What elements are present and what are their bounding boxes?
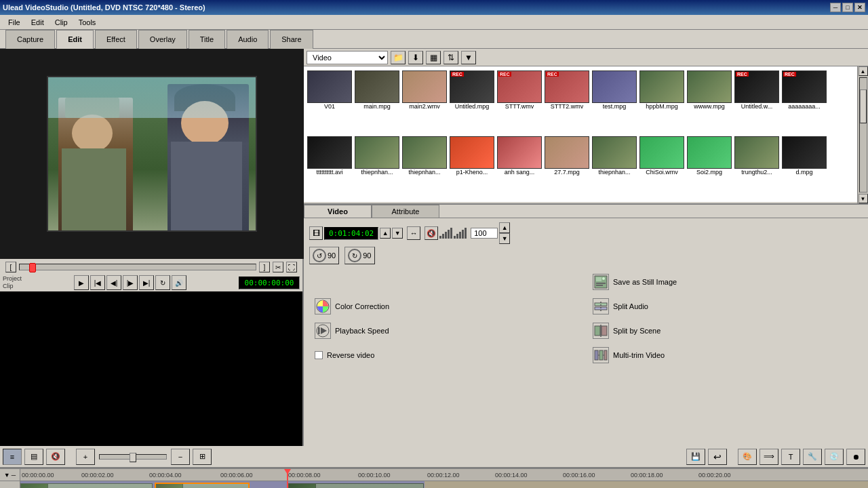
- record-button[interactable]: ⏺: [846, 449, 865, 465]
- import-button[interactable]: ⬇: [408, 51, 423, 64]
- seek-bar[interactable]: [19, 264, 256, 270]
- mode-edit[interactable]: Edit: [56, 30, 94, 49]
- audio-mute-button[interactable]: 🔇: [46, 449, 65, 465]
- reverse-video-checkbox[interactable]: [315, 351, 323, 359]
- video-track[interactable]: MVI_6336.AVI 🔒 MVI_6336.AVI 🔒 MVI_6335.A…: [20, 481, 868, 488]
- video-clip-3[interactable]: MVI_6335.AVI 🔒: [288, 483, 424, 488]
- tab-attribute[interactable]: Attribute: [372, 205, 439, 218]
- media-item-p1-kheno[interactable]: p1-Kheno...: [449, 135, 495, 199]
- color-correction-button[interactable]: Color Correction: [309, 296, 585, 317]
- percent-up-button[interactable]: ▲: [499, 222, 510, 233]
- effects-button[interactable]: 🎨: [738, 449, 757, 465]
- media-item-main-mpg[interactable]: main.mpg: [354, 69, 400, 134]
- volume-button[interactable]: 🔊: [172, 275, 186, 290]
- media-item-aaaaa[interactable]: REC aaaaaaaa...: [781, 69, 827, 134]
- scissors-button[interactable]: ✂: [273, 262, 283, 272]
- mode-audio[interactable]: Audio: [226, 30, 269, 49]
- play-button[interactable]: ▶: [74, 275, 89, 290]
- mode-overlay[interactable]: Overlay: [138, 30, 187, 49]
- multi-trim-button[interactable]: Multi-trim Video: [587, 344, 863, 366]
- save-trimmed-button[interactable]: 💾: [686, 449, 705, 465]
- media-item-untitled-w[interactable]: REC Untitled.w...: [734, 69, 780, 134]
- mode-share[interactable]: Share: [270, 30, 313, 49]
- media-item-sttt-wmv[interactable]: REC STTT.wmv: [496, 69, 542, 134]
- media-item-chisoi[interactable]: ChiSoi.wmv: [639, 135, 685, 199]
- titles-button[interactable]: T: [781, 449, 800, 465]
- media-item-thiep3[interactable]: thiepnhan...: [591, 135, 637, 199]
- split-audio-button[interactable]: Split Audio: [587, 296, 863, 317]
- save-still-button[interactable]: Save as Still Image: [587, 271, 863, 293]
- timecode-down-button[interactable]: ▼: [392, 228, 403, 239]
- maximize-button[interactable]: □: [842, 3, 853, 12]
- lib-options-button[interactable]: ▼: [461, 51, 476, 64]
- menu-tools[interactable]: Tools: [73, 17, 102, 28]
- mute-button[interactable]: 🔇: [425, 226, 438, 240]
- mode-title[interactable]: Title: [189, 30, 225, 49]
- mode-effect[interactable]: Effect: [95, 30, 137, 49]
- step-back-button[interactable]: ◀|: [106, 275, 121, 290]
- media-item-v01[interactable]: V01: [307, 69, 353, 134]
- close-button[interactable]: ✕: [854, 3, 865, 12]
- media-item-d-mpg[interactable]: d.mpg: [781, 135, 827, 199]
- scroll-thumb[interactable]: [860, 89, 867, 123]
- playback-speed-button[interactable]: Playback Speed: [309, 320, 585, 342]
- library-type-dropdown[interactable]: Video Audio Photo: [307, 51, 388, 64]
- video-clip-1[interactable]: MVI_6336.AVI 🔒: [20, 483, 153, 488]
- media-item-thiep2[interactable]: thiepnhan...: [401, 135, 448, 199]
- media-item-test-mpg[interactable]: test.mpg: [591, 69, 637, 134]
- library-scrollbar[interactable]: ▲ ▼: [857, 66, 868, 203]
- track-collapse-button[interactable]: ▼: [4, 472, 10, 479]
- media-item-ttttt-avi[interactable]: tttttttttt.avi: [307, 135, 353, 199]
- media-item-wwww-mpg[interactable]: wwww.mpg: [686, 69, 732, 134]
- track-expand-button[interactable]: ─: [12, 472, 16, 479]
- media-item-soi2[interactable]: Soi2.mpg: [686, 135, 732, 199]
- clip-duration-icon[interactable]: 🎞: [309, 226, 323, 240]
- video-track-label[interactable]: 🎬: [0, 481, 20, 488]
- menu-edit[interactable]: Edit: [26, 17, 50, 28]
- storyboard-view-button[interactable]: ▦: [426, 51, 441, 64]
- zoom-out-button[interactable]: −: [171, 449, 190, 465]
- open-folder-button[interactable]: 📁: [391, 51, 406, 64]
- percent-down-button[interactable]: ▼: [499, 233, 510, 244]
- zoom-slider[interactable]: [99, 454, 167, 460]
- sort-button[interactable]: ⇅: [443, 51, 458, 64]
- seek-thumb[interactable]: [29, 263, 36, 272]
- minimize-button[interactable]: ─: [830, 3, 841, 12]
- media-item-untitled-mpg[interactable]: REC Untitled.mpg: [449, 69, 495, 134]
- timeline-view-button[interactable]: ≡: [3, 449, 22, 465]
- go-start-button[interactable]: |◀: [90, 275, 105, 290]
- rotate-right-button[interactable]: ↻ 90: [344, 247, 374, 264]
- video-clip-2[interactable]: MVI_6336.AVI 🔒: [155, 483, 250, 488]
- media-item-hppbm-mpg[interactable]: hppbM.mpg: [639, 69, 685, 134]
- menu-file[interactable]: File: [3, 17, 26, 28]
- dvd-button[interactable]: 💿: [825, 449, 844, 465]
- scroll-up-button[interactable]: ▲: [859, 66, 868, 76]
- speed-percent-input[interactable]: [471, 228, 498, 239]
- mark-in-button[interactable]: [: [5, 262, 16, 272]
- media-item-anh-sang[interactable]: anh sang...: [496, 135, 542, 199]
- menu-clip[interactable]: Clip: [50, 17, 73, 28]
- filters-button[interactable]: 🔧: [803, 449, 822, 465]
- transitions-button[interactable]: ⟹: [760, 449, 778, 465]
- media-item-main2-wmv[interactable]: main2.wmv: [401, 69, 448, 134]
- scroll-track[interactable]: [859, 77, 867, 192]
- go-end-button[interactable]: ▶|: [139, 275, 154, 290]
- fullscreen-button[interactable]: ⛶: [286, 262, 297, 272]
- media-item-sttt2-wmv[interactable]: REC STTT2.wmv: [544, 69, 590, 134]
- tab-video[interactable]: Video: [304, 205, 372, 218]
- media-item-27-7-mpg[interactable]: 27.7.mpg: [544, 135, 590, 199]
- mode-capture[interactable]: Capture: [5, 30, 55, 49]
- step-forward-button[interactable]: |▶: [123, 275, 138, 290]
- split-by-scene-button[interactable]: Split by Scene: [587, 320, 863, 342]
- undo-button[interactable]: ↩: [708, 449, 727, 465]
- mark-out-button[interactable]: ]: [259, 262, 270, 272]
- scroll-down-button[interactable]: ▼: [859, 194, 868, 203]
- repeat-button[interactable]: ↻: [155, 275, 170, 290]
- timecode-up-button[interactable]: ▲: [380, 228, 391, 239]
- flip-horizontal-button[interactable]: ↔: [407, 226, 420, 240]
- media-item-thiep1[interactable]: thiepnhan...: [354, 135, 400, 199]
- zoom-slider-thumb[interactable]: [130, 453, 136, 462]
- zoom-in-button[interactable]: +: [76, 449, 95, 465]
- media-item-trungthu[interactable]: trungthu2...: [734, 135, 780, 199]
- rotate-left-button[interactable]: ↺ 90: [309, 247, 339, 264]
